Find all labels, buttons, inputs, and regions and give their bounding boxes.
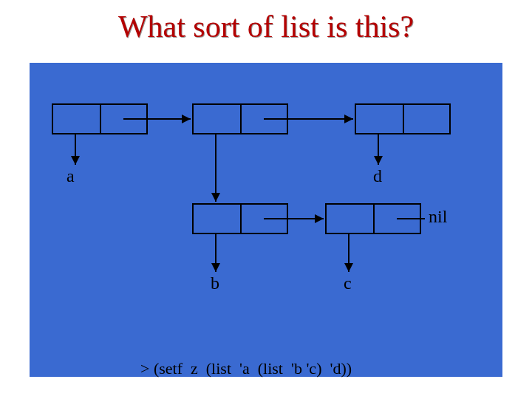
diagram-canvas: a d nil b c > (setf z (list 'a (list 'b … [30, 63, 502, 377]
arrows-svg [30, 63, 502, 377]
slide-title: What sort of list is this? [0, 9, 532, 44]
slide: What sort of list is this? a d nil b c >… [0, 0, 532, 399]
